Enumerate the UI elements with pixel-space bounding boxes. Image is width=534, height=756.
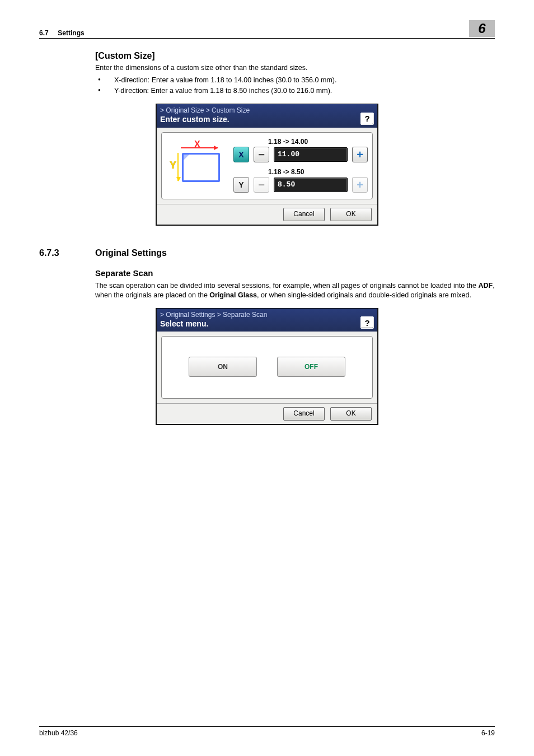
help-icon[interactable]: ? [360,316,374,329]
list-item: X-direction: Enter a value from 1.18 to … [95,75,495,86]
footer-left: bizhub 42/36 [39,729,78,737]
custom-size-bullets: X-direction: Enter a value from 1.18 to … [39,75,495,96]
option-off-button[interactable]: OFF [277,357,345,377]
ok-button[interactable]: OK [330,407,372,421]
x-axis-button[interactable]: X [233,147,249,162]
x-value-display: 11.00 [274,147,348,162]
heading-custom-size: [Custom Size] [95,51,495,61]
heading-separate-scan: Separate Scan [95,268,495,278]
panel-header: > Original Size > Custom Size Enter cust… [157,104,377,128]
y-axis-button[interactable]: Y [233,177,249,193]
panel-prompt: Select menu. [160,319,267,329]
header-left: 6.7 Settings [39,29,85,37]
chapter-number-box: 6 [469,20,495,37]
option-on-button[interactable]: ON [189,357,257,377]
y-value-display: 8.50 [274,178,348,192]
page-header: 6.7 Settings 6 [39,20,495,39]
breadcrumb: > Original Settings > Separate Scan [160,311,267,319]
plus-icon: + [357,149,363,160]
panel-header: > Original Settings > Separate Scan Sele… [157,309,377,332]
x-decrement-button[interactable]: − [254,147,269,162]
y-increment-button[interactable]: + [352,177,368,193]
panel-prompt: Enter custom size. [160,115,250,125]
panel-custom-size: > Original Size > Custom Size Enter cust… [156,104,378,226]
subsection-number: 6.7.3 [39,248,95,258]
section-number: 6.7 [39,29,49,37]
subsection-title: Original Settings [95,248,167,258]
y-decrement-button[interactable]: − [254,177,269,193]
help-icon[interactable]: ? [360,113,374,125]
separate-scan-paragraph: The scan operation can be divided into s… [95,281,495,300]
plus-icon: + [357,179,363,190]
custom-size-intro: Enter the dimensions of a custom size ot… [95,63,495,73]
panel-separate-scan: > Original Settings > Separate Scan Sele… [156,308,378,426]
section-title: Settings [58,29,84,37]
y-range-label: 1.18 -> 8.50 [268,168,368,176]
page-size-diagram: X Y [166,137,233,193]
y-axis-label-icon: Y [170,160,176,171]
breadcrumb: > Original Size > Custom Size [160,106,250,115]
minus-icon: − [258,179,265,190]
cancel-button[interactable]: Cancel [283,407,325,421]
minus-icon: − [258,149,265,160]
x-range-label: 1.18 -> 14.00 [268,138,368,146]
page-footer: bizhub 42/36 6-19 [39,726,495,737]
footer-right: 6-19 [481,729,495,737]
list-item: Y-direction: Enter a value from 1.18 to … [95,86,495,96]
ok-button[interactable]: OK [330,208,372,221]
x-increment-button[interactable]: + [352,147,368,162]
cancel-button[interactable]: Cancel [283,208,325,221]
